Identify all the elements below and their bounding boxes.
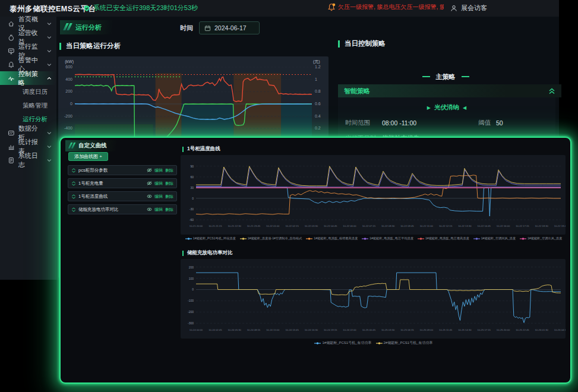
strategy-mode: ▶光伏消纳◀ [338, 97, 555, 112]
chevron-down-icon [47, 159, 52, 162]
scrolling-alert-text[interactable]: 欠压一级报警, 簇总电压欠压一级报警, 簇SO [338, 3, 444, 11]
svg-text:(元): (元) [313, 59, 320, 64]
edit-button[interactable]: 编辑 [154, 167, 163, 173]
eye-off-icon[interactable] [147, 167, 152, 173]
sidebar-subitem-策略管理[interactable]: 策略管理 [0, 99, 56, 112]
delete-button[interactable]: 删除 [165, 207, 173, 213]
svg-text:10-22 04:45: 10-22 04:45 [324, 225, 337, 227]
edit-button[interactable]: 编辑 [154, 181, 163, 186]
legend-marker [185, 237, 192, 241]
svg-text:10-24 16:30: 10-24 16:30 [305, 328, 318, 331]
svg-text:200: 200 [189, 265, 194, 269]
legend-marker [376, 342, 383, 345]
money-icon [8, 34, 15, 41]
triangle-left-icon: ◀ [463, 105, 466, 110]
delete-button[interactable]: 删除 [165, 181, 173, 186]
legend-item[interactable]: 1#储能柜_电池簇_电芯最高温度 [418, 236, 469, 241]
svg-text:10-21 23:45: 10-21 23:45 [247, 225, 261, 227]
legend-marker [418, 237, 424, 241]
eye-off-icon[interactable] [147, 181, 152, 186]
edit-button[interactable]: 编辑 [154, 194, 163, 200]
svg-text:10-22 08:30: 10-22 08:30 [381, 225, 395, 227]
alarm-area[interactable]: 欠压一级报警, 簇总电压欠压一级报警, 簇SO [327, 3, 444, 11]
legend-label: 2#储能柜_PCS1号机_有功功率 [384, 340, 433, 346]
legend-label: 1#储能柜_空调出风_温度 [528, 236, 562, 241]
tab-run-analysis[interactable]: 运行分析 [60, 20, 112, 34]
legend-item[interactable]: 1#储能柜_空调出风_温度 [520, 236, 562, 241]
svg-text:10-25 00:45: 10-25 00:45 [362, 328, 376, 331]
title-accent-bar [338, 40, 340, 48]
legend-label: 1#储能柜_空调回风_温度 [481, 236, 516, 241]
date-picker[interactable]: 2024-06-17 [199, 21, 260, 34]
eye-icon[interactable] [147, 194, 152, 199]
svg-text:10-24 08:15: 10-24 08:15 [247, 328, 261, 331]
svg-text:10-22 07:15: 10-22 07:15 [362, 225, 376, 227]
svg-text:60: 60 [190, 175, 194, 179]
date-value: 2024-06-17 [214, 24, 247, 31]
eye-icon[interactable] [147, 207, 152, 212]
power-chart-legend: 1#储能柜_PCS1号机_有功功率2#储能柜_PCS1号机_有功功率 [181, 340, 567, 346]
delete-button[interactable]: 删除 [165, 167, 173, 173]
curve-name: 1号柜温度曲线 [78, 194, 144, 200]
delete-button[interactable]: 删除 [165, 194, 173, 200]
curve-name: 储能充放电功率对比 [78, 207, 144, 213]
legend-marker [473, 237, 480, 241]
svg-text:10-22 19:45: 10-22 19:45 [554, 225, 566, 227]
pulse-icon [8, 75, 15, 82]
drag-handle-icon[interactable] [71, 207, 76, 212]
drag-handle-icon[interactable] [71, 168, 76, 173]
legend-item[interactable]: 2#储能柜_PCS1号机_有功功率 [376, 340, 433, 346]
svg-text:90: 90 [190, 165, 194, 168]
tab-stripes-icon [70, 143, 75, 150]
svg-text:(kW): (kW) [65, 59, 74, 64]
svg-text:30: 30 [190, 186, 194, 189]
drag-handle-icon[interactable] [71, 181, 76, 186]
sidebar-item-系统日志[interactable]: 系统日志 [0, 153, 56, 167]
legend-item[interactable]: 1#储能柜_电池簇_模组最高温度 [306, 236, 358, 241]
smart-strategy-header[interactable]: 智能策略 [338, 84, 561, 97]
legend-item[interactable]: 1#储能柜_电池簇_电芯平均温度 [362, 236, 413, 241]
svg-text:0.4: 0.4 [315, 114, 321, 118]
svg-text:-30: -30 [189, 207, 194, 211]
collapse-double-chevron-icon[interactable] [548, 88, 555, 94]
svg-text:0: 0 [192, 287, 194, 291]
chevron-down-icon [47, 63, 52, 67]
svg-text:10-22 13:30: 10-22 13:30 [458, 225, 472, 227]
legend-item[interactable]: 1#储能柜_温度值-1#空调制冷_自动模式 [240, 236, 302, 241]
chevron-down-icon [47, 145, 52, 148]
alarm-bell-icon[interactable] [327, 3, 336, 11]
tab-custom-curve[interactable]: 自定义曲线 [65, 140, 116, 151]
legend-item[interactable]: 1#储能柜_空调回风_温度 [473, 236, 516, 241]
title-accent-bar [182, 147, 184, 152]
svg-text:10-22 16:00: 10-22 16:00 [497, 225, 510, 227]
legend-item[interactable]: 1#储能柜_PCS1号机_有功功率 [314, 340, 371, 346]
svg-text:10-22 06:00: 10-22 06:00 [343, 225, 356, 227]
svg-text:10-24 05:30: 10-24 05:30 [228, 328, 241, 331]
curve-list-item[interactable]: pcs柜部分参数编辑删除 [68, 165, 177, 175]
curve-list-item[interactable]: 1号柜充电量编辑删除 [68, 178, 177, 188]
threshold-label: 阈值 [478, 119, 496, 127]
svg-text:10-24 22:00: 10-24 22:00 [343, 328, 356, 331]
sidebar-item-控制策略[interactable]: 控制策略 [0, 71, 56, 85]
top-bar: 泰州多储联控EMS云平台 系统已安全运行398天23时01分53秒 欠压一级报警… [0, 0, 559, 17]
chevron-down-icon [47, 131, 52, 135]
edit-button[interactable]: 编辑 [154, 207, 163, 213]
drag-handle-icon[interactable] [71, 194, 76, 199]
curve-list-item[interactable]: 储能充放电功率对比编辑删除 [68, 204, 177, 214]
user-menu[interactable]: 展会访客 [450, 4, 487, 12]
svg-text:10-22 18:30: 10-22 18:30 [535, 225, 549, 227]
curve-list-item[interactable]: 1号柜温度曲线编辑删除 [68, 191, 177, 201]
triangle-right-icon: ▶ [427, 105, 431, 110]
legend-label: 1#储能柜_PCS1号机_有功功率 [322, 340, 371, 346]
report-icon [8, 143, 15, 150]
svg-text:10-22 12:15: 10-22 12:15 [439, 225, 453, 227]
legend-item[interactable]: 1#储能柜_PCS1号机_环境温度 [185, 236, 236, 241]
add-curve-chart-button[interactable]: 添加曲线图 + [68, 152, 108, 161]
monitor-icon [8, 48, 15, 55]
sidebar-item-label: 系统日志 [18, 151, 44, 169]
svg-text:1: 1 [315, 77, 317, 81]
data-icon [8, 129, 15, 137]
svg-text:0: 0 [192, 197, 194, 200]
sidebar-item-label: 控制策略 [18, 69, 44, 87]
svg-text:10-22 17:15: 10-22 17:15 [516, 225, 529, 227]
